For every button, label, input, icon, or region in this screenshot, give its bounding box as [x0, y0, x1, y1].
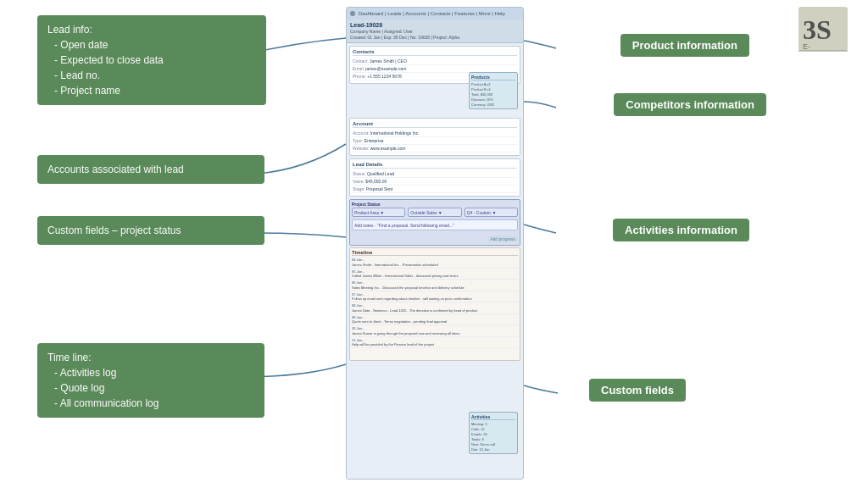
lead-status-row: Status: Qualified Lead — [353, 170, 517, 178]
product-info-title: Products — [471, 75, 515, 80]
activities-info-box: Activities Meeting: 5 Calls: 12 Emails: … — [469, 412, 518, 454]
account-website-row: Website: www.example.com — [353, 145, 517, 152]
lead-info-item: Lead no. — [54, 68, 256, 83]
project-status-field: Q4 - Custom ▼ — [467, 209, 515, 215]
lead-value-row: Value: $45,000.00 — [353, 178, 517, 186]
timeline-entry: 08 Jan - James Date - Samenco - Lead-102… — [352, 302, 518, 314]
timeline-item: Activities log — [54, 365, 254, 380]
custom-fields-label: Custom fields — [589, 379, 686, 402]
contacts-section: Contacts Contact: James Smith | CEO Emai… — [349, 46, 520, 84]
lead-info-label: Lead info: Open date Expected to close d… — [37, 15, 266, 105]
svg-text:3S: 3S — [803, 14, 832, 45]
lead-info-list: Open date Expected to close data Lead no… — [47, 37, 256, 98]
lead-info-item: Expected to close data — [54, 53, 256, 68]
nav-dot — [350, 11, 355, 16]
contact-row: Contact: James Smith | CEO — [353, 58, 517, 65]
lead-meta: Created: 01 Jan | Exp: 30 Dec | No: 1902… — [350, 35, 520, 40]
panel-topbar: Dashboard | Leads | Accounts | Contacts … — [347, 8, 523, 19]
lead-sub: Company Name | Assigned: User — [350, 29, 520, 34]
activities-title: Activities — [471, 414, 515, 420]
accounts-associated-label: Accounts associated with lead — [37, 155, 264, 184]
timeline-entry: 09 Jan - Quote sent to client - Terms ne… — [352, 314, 518, 326]
project-status-field: Product Area ▼ — [354, 209, 403, 215]
timeline-entry: 06 Jan - Sales Meeting Inc. - Discussed … — [352, 280, 518, 291]
lead-info-item: Open date — [54, 37, 256, 53]
brand-logo: 3S E- — [798, 7, 849, 53]
competitors-information-label: Competitors information — [614, 93, 766, 116]
timeline-entry: 11 Jan - Help will be provided by the Fi… — [352, 337, 518, 349]
account-section: Account Account: International Holdings … — [349, 118, 520, 156]
product-info-box: Products Product A x2 Product B x1 Total… — [469, 72, 518, 109]
product-information-label: Product information — [620, 34, 749, 57]
lead-stage-row: Stage: Proposal Sent — [353, 186, 517, 193]
add-progress-button[interactable]: Add progress — [487, 236, 518, 242]
project-status-title: Project Status — [352, 202, 518, 207]
svg-text:E-: E- — [803, 42, 810, 51]
activities-row: Due: 15 Jan — [471, 446, 515, 452]
lead-header: Lead-19028 Company Name | Assigned: User… — [347, 19, 523, 43]
activities-information-label: Activities information — [613, 219, 749, 241]
project-status-area: Project Status Product Area ▼ Outside Sa… — [349, 199, 520, 246]
product-info-row: Currency: USD — [471, 102, 515, 107]
custom-fields-project-label: Custom fields – project status — [37, 216, 264, 245]
timeline-item: All communication log — [54, 396, 254, 411]
logo-area: 3S E- — [798, 7, 858, 58]
timeline-item: Quote log — [54, 380, 254, 396]
timeline-title: Timeline — [352, 250, 518, 256]
nav-text: Dashboard | Leads | Accounts | Contacts … — [359, 11, 505, 16]
account-type-row: Type: Enterprise — [353, 137, 517, 145]
timeline-entry: 04 Jan - James Smith - International Inc… — [352, 257, 518, 269]
contacts-title: Contacts — [353, 49, 517, 56]
lead-info-item: Project name — [54, 83, 256, 98]
account-title: Account — [353, 121, 517, 128]
timeline-entries: 04 Jan - James Smith - International Inc… — [352, 257, 518, 358]
activity-input: Add notes - "Find a proposal. Send follo… — [354, 222, 515, 228]
project-status-field: Outside Sales ▼ — [410, 209, 459, 215]
timeline-entry: 10 Jan - James Kumar is going through th… — [352, 325, 518, 337]
timeline-entry: 05 Jan - Called James White - Internatio… — [352, 269, 518, 280]
lead-details-title: Lead Details — [353, 162, 517, 169]
crm-panel: Dashboard | Leads | Accounts | Contacts … — [346, 7, 524, 480]
lead-details-section: Lead Details Status: Qualified Lead Valu… — [349, 158, 520, 197]
timeline-entry: 07 Jan - Follow up email sent regarding … — [352, 291, 518, 303]
timeline-list: Activities log Quote log All communicati… — [47, 365, 254, 411]
timeline-label: Time line: Activities log Quote log All … — [37, 343, 264, 418]
lead-title: Lead-19028 — [350, 22, 520, 28]
account-name-row: Account: International Holdings Inc. — [353, 130, 517, 137]
timeline-section: Timeline 04 Jan - James Smith - Internat… — [349, 247, 520, 361]
